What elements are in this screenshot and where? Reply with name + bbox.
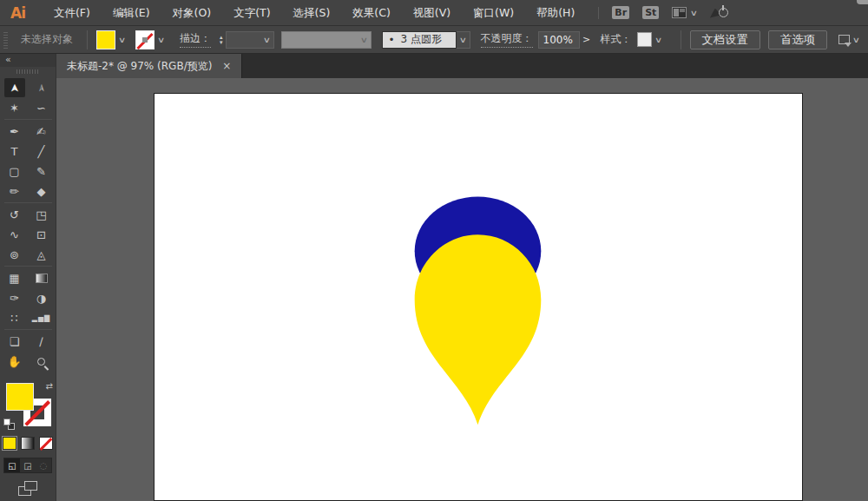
menu-file[interactable]: 文件(F): [43, 0, 102, 26]
mesh-tool[interactable]: ▦: [4, 268, 25, 287]
fill-color-control[interactable]: ∨: [96, 30, 128, 49]
menu-edit[interactable]: 编辑(E): [102, 0, 161, 26]
swap-fill-stroke-icon[interactable]: ⇄: [46, 381, 53, 391]
selection-status-label: 未选择对象: [21, 32, 73, 47]
dock-grip[interactable]: [16, 69, 39, 74]
gradient-mode-button[interactable]: [21, 437, 35, 450]
power-icon: [719, 8, 728, 17]
menu-window[interactable]: 窗口(W): [462, 0, 525, 26]
gradient-tool[interactable]: [31, 268, 52, 287]
none-mode-button[interactable]: [39, 437, 53, 450]
screen-mode-button[interactable]: [18, 481, 37, 496]
width-profile-dropdown[interactable]: ∨: [281, 31, 372, 49]
menu-object[interactable]: 对象(O): [161, 0, 223, 26]
magic-wand-tool[interactable]: ✶: [4, 98, 25, 117]
scale-tool[interactable]: ◳: [31, 205, 52, 224]
pencil-tool[interactable]: ✏: [4, 181, 25, 201]
stroke-weight-dropdown[interactable]: ∨: [226, 31, 274, 49]
fill-swatch[interactable]: [6, 383, 34, 411]
rectangle-tool[interactable]: ▢: [4, 162, 25, 181]
stepper-down-icon[interactable]: ▾: [220, 40, 223, 45]
symbol-sprayer-tool[interactable]: ∷: [4, 308, 25, 327]
brush-definition-dropdown[interactable]: • 3 点圆形: [382, 31, 457, 49]
curvature-tool[interactable]: ✍: [31, 122, 52, 141]
pen-tool[interactable]: ✒: [4, 122, 25, 141]
artwork: [155, 94, 802, 500]
yellow-pin-shape[interactable]: [415, 234, 542, 425]
preferences-button[interactable]: 首选项: [768, 30, 827, 49]
menubar-divider: [598, 7, 599, 19]
panel-options-control[interactable]: ∨: [838, 35, 859, 44]
chevron-down-icon: ∨: [360, 36, 368, 44]
chevron-down-icon[interactable]: ∨: [649, 36, 667, 44]
document-tab[interactable]: 未标题-2* @ 97% (RGB/预览) ×: [56, 54, 242, 78]
stroke-weight-stepper[interactable]: ▴ ▾: [220, 35, 223, 45]
menu-effect[interactable]: 效果(C): [341, 0, 401, 26]
artboard-tool[interactable]: ❏: [4, 332, 25, 351]
menu-help[interactable]: 帮助(H): [525, 0, 586, 26]
document-area: 未标题-2* @ 97% (RGB/预览) ×: [56, 54, 868, 501]
document-setup-button[interactable]: 文档设置: [690, 30, 760, 49]
rotate-tool[interactable]: ↺: [4, 205, 25, 224]
lasso-tool[interactable]: ∽: [31, 98, 52, 117]
eraser-tool[interactable]: ◆: [31, 181, 52, 201]
bridge-button[interactable]: Br: [612, 6, 629, 19]
draw-normal-button[interactable]: ◱: [4, 458, 20, 472]
color-mode-button[interactable]: [3, 437, 16, 450]
canvas-pasteboard[interactable]: [56, 78, 868, 501]
paintbrush-tool[interactable]: ✎: [31, 162, 52, 181]
controlbar-grip[interactable]: [3, 31, 8, 49]
illustrator-window: Ai 文件(F) 编辑(E) 对象(O) 文字(T) 选择(S) 效果(C) 视…: [0, 0, 868, 501]
chevron-down-icon[interactable]: ∨: [152, 36, 170, 44]
tools-separator: [4, 202, 52, 203]
hand-tool[interactable]: ✋: [4, 352, 25, 371]
opacity-value: 100%: [543, 34, 573, 46]
type-tool[interactable]: T: [4, 142, 25, 161]
stroke-panel-link[interactable]: 描边：: [180, 31, 211, 48]
zoom-tool[interactable]: [31, 352, 52, 371]
free-transform-tool[interactable]: ⊡: [31, 225, 52, 244]
controlbar-divider: [681, 30, 681, 49]
menubar-right-group: Br St ∨: [598, 6, 729, 20]
menu-select[interactable]: 选择(S): [282, 0, 342, 26]
stroke-color-control[interactable]: ∨: [135, 30, 168, 49]
brush-dropdown-button[interactable]: ∨: [457, 31, 470, 49]
paint-mode-buttons: [0, 437, 56, 451]
chevron-down-icon[interactable]: ∨: [113, 36, 131, 44]
brush-name: 3 点圆形: [401, 32, 442, 47]
width-tool[interactable]: ∿: [4, 225, 25, 244]
dock-collapse-button[interactable]: «: [0, 54, 56, 67]
chevron-down-icon: ∨: [852, 36, 859, 44]
slice-tool[interactable]: ∕: [31, 332, 52, 351]
main-area: « ➤ ➢ ✶ ∽ ✒ ✍ T ╱ ▢ ✎ ✏ ◆ ↺ ◳ ∿ ⊡: [0, 54, 868, 501]
menu-view[interactable]: 视图(V): [402, 0, 462, 26]
close-icon[interactable]: ×: [222, 60, 231, 72]
document-tab-bar: 未标题-2* @ 97% (RGB/预览) ×: [56, 54, 868, 78]
line-segment-tool[interactable]: ╱: [31, 142, 52, 161]
tools-separator: [4, 329, 52, 330]
stock-button[interactable]: St: [642, 6, 659, 19]
draw-behind-button[interactable]: ◲: [20, 458, 36, 472]
selection-tool[interactable]: ➤: [4, 78, 25, 97]
blend-tool[interactable]: ◑: [31, 288, 52, 307]
opacity-panel-link[interactable]: 不透明度：: [481, 31, 533, 48]
draw-inside-button[interactable]: ◌: [36, 458, 51, 472]
graphic-style-control[interactable]: ∨: [637, 32, 665, 47]
default-fill-stroke-icon[interactable]: [3, 419, 15, 430]
tools-separator: [4, 119, 52, 120]
opacity-input[interactable]: 100%: [538, 31, 580, 49]
style-label: 样式：: [601, 32, 632, 47]
shape-builder-tool[interactable]: ⊚: [4, 245, 25, 264]
artboard[interactable]: [154, 93, 803, 501]
menu-type[interactable]: 文字(T): [222, 0, 281, 26]
perspective-grid-tool[interactable]: ◬: [31, 245, 52, 264]
tools-panel: « ➤ ➢ ✶ ∽ ✒ ✍ T ╱ ▢ ✎ ✏ ◆ ↺ ◳ ∿ ⊡: [0, 54, 56, 501]
controlbar-divider: [87, 30, 88, 49]
gpu-performance-icon[interactable]: [710, 6, 729, 20]
chevron-down-icon: ∨: [458, 36, 466, 44]
eyedropper-tool[interactable]: ✑: [4, 288, 25, 307]
workspace-switcher[interactable]: ∨: [672, 7, 697, 18]
direct-selection-tool[interactable]: ➢: [31, 78, 52, 97]
graph-tool[interactable]: ▂▅▇: [31, 308, 52, 327]
opacity-expand-button[interactable]: >: [580, 31, 594, 49]
